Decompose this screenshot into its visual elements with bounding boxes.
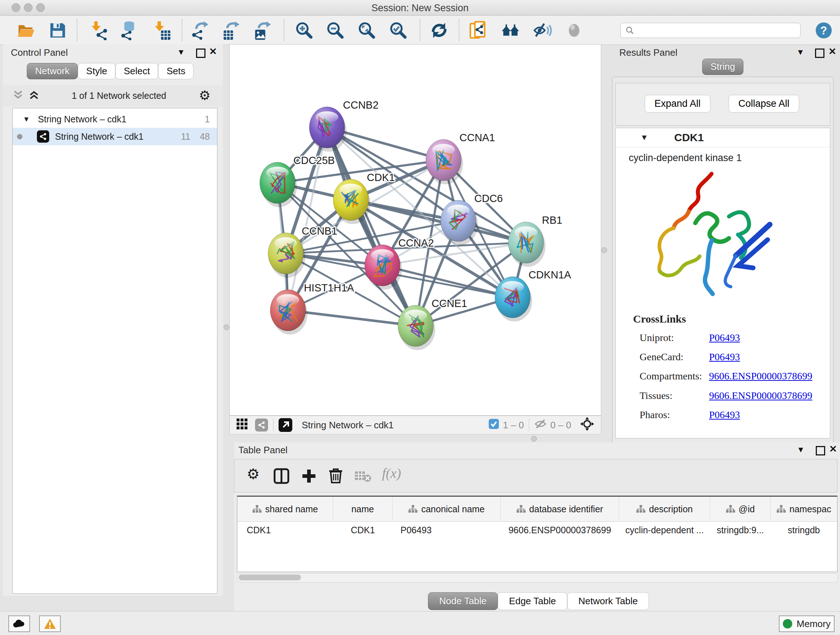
expand-all-button[interactable]: Expand All <box>645 95 711 112</box>
crosslink-genecard[interactable]: P06493 <box>709 351 740 363</box>
column-header-name[interactable]: name <box>333 497 393 521</box>
network-node-CDK1[interactable] <box>333 179 370 224</box>
import-network-file-icon[interactable] <box>88 21 108 40</box>
open-session-icon[interactable] <box>16 21 35 40</box>
results-panel-close-icon[interactable]: ✕ <box>829 46 836 57</box>
crosslink-pharos[interactable]: P06493 <box>709 409 740 420</box>
add-column-icon[interactable] <box>301 468 317 486</box>
left-splitter-handle[interactable] <box>224 325 229 330</box>
selected-checkbox-icon[interactable] <box>488 418 499 432</box>
node-label-CDKN1A: CDKN1A <box>529 269 571 280</box>
network-node-CCNE1[interactable] <box>398 305 435 350</box>
results-panel-menu-icon[interactable]: ▾ <box>798 46 803 57</box>
export-table-icon[interactable] <box>221 21 241 40</box>
memory-button[interactable]: Memory <box>779 616 835 632</box>
export-image-icon[interactable] <box>253 21 272 40</box>
column-header-canonical-name[interactable]: canonical name <box>393 497 501 521</box>
zoom-selected-icon[interactable] <box>388 21 408 40</box>
network-node-CCNA1[interactable] <box>426 139 463 184</box>
network-options-gear-icon[interactable]: ⚙ <box>199 89 210 102</box>
tab-select[interactable]: Select <box>115 63 158 79</box>
cell-canonical-name[interactable]: P06493 <box>393 522 501 538</box>
tab-string[interactable]: String <box>702 59 744 75</box>
network-node-CCNB2[interactable] <box>309 107 347 152</box>
grid-view-icon[interactable] <box>236 418 248 432</box>
scrollbar-thumb[interactable] <box>239 575 301 580</box>
network-node-CDKN1A[interactable] <box>495 277 532 321</box>
zoom-in-icon[interactable] <box>294 21 314 40</box>
table-panel-close-icon[interactable]: ✕ <box>829 443 837 455</box>
column-header-shared-name[interactable]: shared name <box>237 497 333 521</box>
horizontal-scrollbar[interactable] <box>237 573 838 583</box>
home-string-icon[interactable] <box>501 21 521 40</box>
tab-sets[interactable]: Sets <box>158 63 194 79</box>
network-view-canvas[interactable]: CCNB2CCNA1CDC25BCDK1CDC6RB1CCNB1CCNA2CDK… <box>229 44 601 416</box>
network-row-selected[interactable]: String Network – cdk1 11 48 <box>13 128 217 145</box>
hide-glass-icon[interactable] <box>533 21 553 40</box>
network-node-CCNB1[interactable] <box>268 233 305 278</box>
delete-column-icon[interactable] <box>328 467 344 486</box>
table-panel-float-icon[interactable] <box>816 446 825 455</box>
tab-node-table[interactable]: Node Table <box>428 592 498 610</box>
table-row[interactable]: CDK1 CDK1 P06493 9606.ENSP00000378699 cy… <box>237 522 837 538</box>
control-panel-float-icon[interactable] <box>196 49 205 58</box>
show-columns-icon[interactable] <box>273 468 289 486</box>
gene-section-header[interactable]: ▼ CDK1 <box>616 128 830 147</box>
collapse-all-button[interactable]: Collapse All <box>729 95 799 112</box>
export-network-icon[interactable] <box>190 21 210 40</box>
collection-expander-icon[interactable]: ▼ <box>23 115 30 124</box>
crosslink-tissues[interactable]: 9606.ENSP00000378699 <box>709 390 812 401</box>
gene-expander-icon[interactable]: ▼ <box>640 133 648 142</box>
crosslink-uniprot[interactable]: P06493 <box>709 332 740 343</box>
collapse-all-networks-icon[interactable] <box>13 90 23 101</box>
cell-namespace[interactable]: stringdb <box>771 522 837 538</box>
string-network-graph[interactable]: CCNB2CCNA1CDC25BCDK1CDC6RB1CCNB1CCNA2CDK… <box>230 44 601 415</box>
cell-database-identifier[interactable]: 9606.ENSP00000378699 <box>501 522 619 538</box>
hidden-eye-icon[interactable] <box>534 418 546 432</box>
column-header-id[interactable]: @id <box>710 497 771 521</box>
zoom-out-icon[interactable] <box>325 21 345 40</box>
import-network-database-icon[interactable] <box>118 21 138 40</box>
right-splitter-handle[interactable] <box>601 247 607 253</box>
bottom-splitter-handle[interactable] <box>531 436 537 442</box>
results-panel-float-icon[interactable] <box>815 49 824 58</box>
network-collection-row[interactable]: ▼ String Network – cdk1 1 <box>13 111 217 128</box>
show-glass-icon-disabled[interactable] <box>564 21 584 40</box>
fit-selected-crosshair-icon[interactable] <box>580 417 594 434</box>
import-table-icon[interactable] <box>152 21 172 40</box>
memory-label: Memory <box>797 618 831 630</box>
cell-name[interactable]: CDK1 <box>333 522 393 538</box>
refresh-icon[interactable] <box>429 21 449 40</box>
search-input[interactable] <box>635 25 791 36</box>
network-node-CDC6[interactable] <box>441 200 478 245</box>
tab-edge-table[interactable]: Edge Table <box>498 592 567 610</box>
tab-network-table[interactable]: Network Table <box>567 592 649 610</box>
network-node-count: 11 <box>181 131 190 142</box>
column-header-description[interactable]: description <box>619 497 710 521</box>
cell-shared-name[interactable]: CDK1 <box>237 522 333 538</box>
network-node-HIST1H1A[interactable] <box>270 290 308 334</box>
warnings-button[interactable] <box>39 616 61 632</box>
network-node-RB1[interactable] <box>508 222 546 267</box>
network-node-CCNA2[interactable] <box>365 245 402 290</box>
tab-style[interactable]: Style <box>78 63 115 79</box>
cell-description[interactable]: cyclin-dependent ... <box>619 522 710 538</box>
expand-all-networks-icon[interactable] <box>29 90 39 101</box>
save-session-icon[interactable] <box>48 21 67 40</box>
attribute-type-icon <box>252 505 262 513</box>
column-header-database-identifier[interactable]: database identifier <box>501 497 619 521</box>
open-in-window-icon[interactable] <box>279 418 292 432</box>
table-options-gear-icon[interactable]: ⚙ <box>247 467 260 481</box>
cell-id[interactable]: stringdb:9... <box>710 522 771 538</box>
control-panel-menu-icon[interactable]: ▾ <box>179 46 183 57</box>
column-header-namespace[interactable]: namespac <box>771 497 837 521</box>
help-icon[interactable]: ? <box>815 21 833 40</box>
control-panel-close-icon[interactable]: ✕ <box>209 46 217 57</box>
string-style-icon[interactable] <box>255 418 268 432</box>
crosslink-compartments[interactable]: 9606.ENSP00000378699 <box>709 371 812 382</box>
zoom-fit-icon[interactable] <box>357 21 377 40</box>
clone-network-icon[interactable] <box>469 21 488 40</box>
cloud-button[interactable] <box>8 616 30 632</box>
table-panel-menu-icon[interactable]: ▾ <box>798 444 803 455</box>
tab-network[interactable]: Network <box>27 63 78 79</box>
